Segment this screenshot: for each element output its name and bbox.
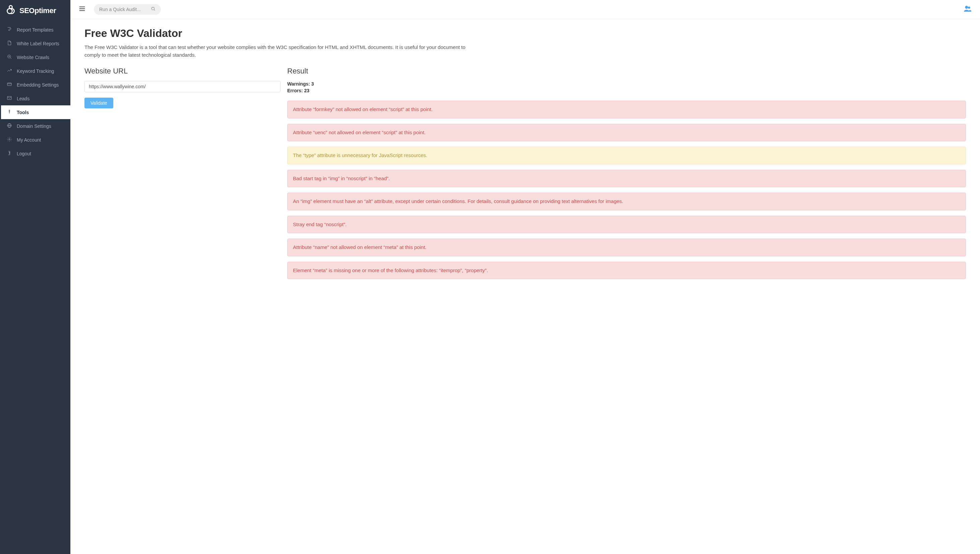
sidebar-item-label: White Label Reports bbox=[17, 41, 59, 46]
page-title: Free W3C Validator bbox=[84, 27, 966, 40]
result-error-item: Attribute “name” not allowed on element … bbox=[287, 239, 966, 256]
brand-logo[interactable]: SEOptimer bbox=[0, 0, 70, 23]
svg-line-18 bbox=[154, 10, 155, 11]
results-list: Attribute “formkey” not allowed on eleme… bbox=[287, 101, 966, 279]
zoom-icon bbox=[7, 54, 12, 61]
svg-point-20 bbox=[968, 7, 970, 9]
quick-audit-search[interactable] bbox=[94, 4, 161, 15]
svg-point-7 bbox=[9, 110, 10, 111]
page-content: Free W3C Validator The Free W3C Validato… bbox=[70, 19, 980, 292]
brand-logo-icon bbox=[5, 4, 17, 18]
sidebar-item-domain-settings[interactable]: Domain Settings bbox=[0, 119, 70, 133]
svg-line-1 bbox=[10, 58, 11, 59]
page-description: The Free W3C Validator is a tool that ca… bbox=[84, 44, 466, 59]
sidebar-item-logout[interactable]: Logout bbox=[0, 147, 70, 160]
sidebar-item-label: Logout bbox=[17, 151, 31, 156]
topbar bbox=[70, 0, 980, 19]
tool-icon bbox=[7, 109, 12, 115]
svg-rect-4 bbox=[7, 83, 11, 86]
sidebar-item-label: Embedding Settings bbox=[17, 82, 59, 88]
sidebar-item-keyword-tracking[interactable]: Keyword Tracking bbox=[0, 64, 70, 78]
users-icon[interactable] bbox=[963, 4, 972, 14]
sidebar-item-label: Keyword Tracking bbox=[17, 69, 54, 74]
url-section-header: Website URL bbox=[84, 67, 280, 75]
sidebar-item-label: My Account bbox=[17, 137, 41, 143]
globe-icon bbox=[7, 123, 12, 129]
sidebar-item-embedding-settings[interactable]: Embedding Settings bbox=[0, 78, 70, 92]
sidebar-item-label: Domain Settings bbox=[17, 123, 51, 129]
website-url-input[interactable] bbox=[84, 81, 280, 92]
errors-count: 23 bbox=[304, 88, 310, 93]
brand-name: SEOptimer bbox=[19, 6, 56, 15]
search-input[interactable] bbox=[99, 7, 148, 12]
sidebar-item-website-crawls[interactable]: Website Crawls bbox=[0, 50, 70, 64]
sidebar-item-tools[interactable]: Tools bbox=[0, 105, 70, 119]
result-error-item: Stray end tag “noscript”. bbox=[287, 216, 966, 233]
file-icon bbox=[7, 40, 12, 46]
warnings-count: 3 bbox=[311, 81, 314, 86]
sidebar-item-label: Website Crawls bbox=[17, 55, 49, 60]
sidebar-item-label: Tools bbox=[17, 110, 29, 115]
gear-icon bbox=[7, 137, 12, 143]
sidebar-item-label: Leads bbox=[17, 96, 30, 101]
trend-icon bbox=[7, 68, 12, 74]
sidebar-item-white-label-reports[interactable]: White Label Reports bbox=[0, 37, 70, 50]
sidebar: SEOptimer Report TemplatesWhite Label Re… bbox=[0, 0, 70, 554]
result-error-item: An “img” element must have an “alt” attr… bbox=[287, 193, 966, 211]
result-section-header: Result bbox=[287, 67, 966, 75]
sidebar-item-my-account[interactable]: My Account bbox=[0, 133, 70, 147]
search-icon bbox=[151, 6, 156, 13]
sidebar-item-report-templates[interactable]: Report Templates bbox=[0, 23, 70, 37]
result-error-item: Element “meta” is missing one or more of… bbox=[287, 262, 966, 279]
result-warning-item: The “type” attribute is unnecessary for … bbox=[287, 147, 966, 164]
result-summary: Warnings: 3 Errors: 23 bbox=[287, 81, 966, 94]
warnings-label: Warnings: bbox=[287, 81, 311, 86]
sidebar-item-leads[interactable]: Leads bbox=[0, 92, 70, 105]
result-error-item: Attribute “formkey” not allowed on eleme… bbox=[287, 101, 966, 118]
hamburger-menu-icon[interactable] bbox=[78, 5, 86, 14]
sidebar-nav: Report TemplatesWhite Label ReportsWebsi… bbox=[0, 23, 70, 160]
result-error-item: Bad start tag in “img” in “noscript” in … bbox=[287, 170, 966, 188]
svg-point-19 bbox=[965, 6, 968, 9]
edit-icon bbox=[7, 27, 12, 33]
logout-icon bbox=[7, 150, 12, 157]
result-error-item: Attribute “uenc” not allowed on element … bbox=[287, 124, 966, 142]
errors-label: Errors: bbox=[287, 88, 304, 93]
sidebar-item-label: Report Templates bbox=[17, 27, 53, 32]
svg-point-13 bbox=[9, 139, 10, 140]
embed-icon bbox=[7, 81, 12, 88]
svg-rect-6 bbox=[7, 96, 11, 99]
validate-button[interactable]: Validate bbox=[84, 97, 113, 109]
mail-icon bbox=[7, 95, 12, 102]
svg-point-17 bbox=[151, 7, 154, 10]
